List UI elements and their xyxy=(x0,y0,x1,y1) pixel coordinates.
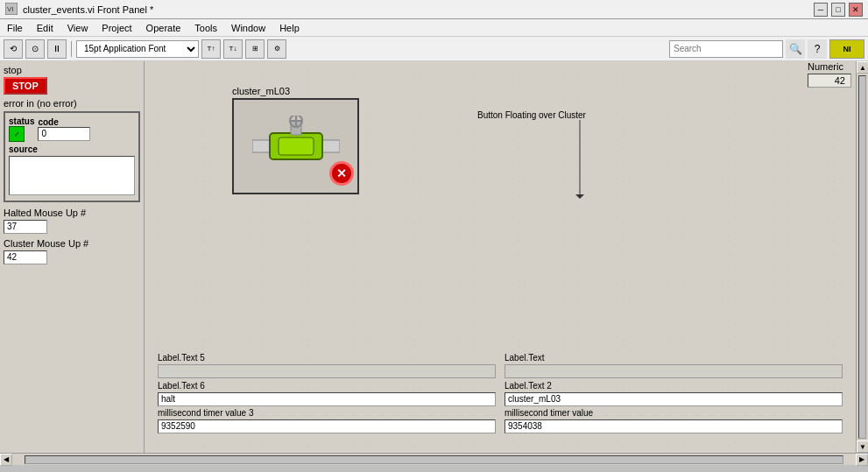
label-text: Label.Text xyxy=(505,353,843,363)
valve-svg xyxy=(252,116,340,177)
numeric-widget: Numeric 42 xyxy=(808,61,851,88)
title-bar: VI cluster_events.vi Front Panel * ─ □ ✕ xyxy=(0,0,868,19)
source-input[interactable] xyxy=(9,156,135,195)
svg-marker-11 xyxy=(575,194,584,199)
right-scrollbar: ▲ ▼ xyxy=(856,61,868,453)
error-cluster: status ✓ code 0 source xyxy=(4,111,140,202)
cluster-mouse-label: Cluster Mouse Up # xyxy=(4,238,140,249)
canvas-area[interactable]: cluster_mL03 xyxy=(145,61,856,453)
font-select[interactable]: 15pt Application Font xyxy=(76,40,199,58)
callout-arrow xyxy=(575,120,584,199)
code-col: code 0 xyxy=(38,117,90,141)
timer-value: 9354038 xyxy=(505,419,843,433)
stop-x-icon: ✕ xyxy=(336,167,347,180)
maximize-button[interactable]: □ xyxy=(831,3,845,17)
scroll-track[interactable] xyxy=(858,75,866,439)
bottom-widgets: Label.Text 5 Label.Text 6 halt milliseco… xyxy=(145,353,856,435)
toolbar: ⟲ ⊙ ⏸ 15pt Application Font T↑ T↓ ⊞ ⚙ 🔍 … xyxy=(0,37,868,61)
left-widget-group: Label.Text 5 Label.Text 6 halt milliseco… xyxy=(153,353,500,435)
label2: Label.Text 2 xyxy=(505,381,843,391)
menu-project[interactable]: Project xyxy=(95,21,138,35)
toolbar-sep-1 xyxy=(71,41,72,57)
cluster-widget: cluster_mL03 xyxy=(232,86,359,194)
search-button[interactable]: 🔍 xyxy=(786,39,805,59)
toolbar-btn-6[interactable]: ⚙ xyxy=(267,39,286,59)
svg-text:VI: VI xyxy=(7,5,14,13)
timer3-label: millisecond timer value 3 xyxy=(158,408,496,418)
timer-label: millisecond timer value xyxy=(505,408,843,418)
scroll-up-button[interactable]: ▲ xyxy=(857,61,868,74)
close-button[interactable]: ✕ xyxy=(849,3,863,17)
title-bar-buttons: ─ □ ✕ xyxy=(814,3,863,17)
menu-operate[interactable]: Operate xyxy=(139,21,188,35)
code-value[interactable]: 0 xyxy=(38,127,90,141)
toolbar-btn-4[interactable]: T↓ xyxy=(223,39,243,59)
toolbar-btn-pause[interactable]: ⏸ xyxy=(47,39,67,59)
numeric-label: Numeric xyxy=(808,61,851,72)
scroll-right-button[interactable]: ▶ xyxy=(856,454,868,466)
scroll-left-button[interactable]: ◀ xyxy=(0,454,12,466)
status-label: status xyxy=(9,116,34,126)
status-col: status ✓ xyxy=(9,116,34,142)
svg-rect-9 xyxy=(279,137,314,155)
label5: Label.Text 5 xyxy=(158,353,496,363)
status-code-row: status ✓ code 0 xyxy=(9,116,135,142)
toolbar-btn-2[interactable]: ⊙ xyxy=(25,39,45,59)
cluster-stop-button[interactable]: ✕ xyxy=(329,161,354,186)
title-bar-icon: VI xyxy=(5,3,19,17)
label5-field xyxy=(158,364,496,378)
minimize-button[interactable]: ─ xyxy=(814,3,828,17)
stop-button[interactable]: STOP xyxy=(4,77,47,95)
title-bar-title: cluster_events.vi Front Panel * xyxy=(23,4,814,15)
source-label: source xyxy=(9,144,135,154)
menu-window[interactable]: Window xyxy=(224,21,272,35)
menu-bar: File Edit View Project Operate Tools Win… xyxy=(0,19,868,37)
menu-tools[interactable]: Tools xyxy=(187,21,224,35)
code-label: code xyxy=(38,117,90,127)
numeric-value: 42 xyxy=(808,74,851,88)
cluster-widget-label: cluster_mL03 xyxy=(232,86,359,96)
svg-rect-2 xyxy=(252,140,272,152)
cluster-mouse-value: 42 xyxy=(4,250,47,264)
callout-container: Button Floating over Cluster xyxy=(477,109,586,120)
label-text-field xyxy=(505,364,843,378)
menu-edit[interactable]: Edit xyxy=(30,21,60,35)
main-layout: stop STOP error in (no error) status ✓ c… xyxy=(0,61,868,453)
ni-logo: NI xyxy=(829,39,864,59)
label2-value: cluster_mL03 xyxy=(505,392,843,406)
left-panel: stop STOP error in (no error) status ✓ c… xyxy=(0,61,145,453)
error-label: error in (no error) xyxy=(4,98,140,109)
help-button[interactable]: ? xyxy=(808,39,827,59)
search-input[interactable] xyxy=(669,40,783,58)
callout-text: Button Floating over Cluster xyxy=(477,110,586,120)
halted-label: Halted Mouse Up # xyxy=(4,208,140,218)
toolbar-btn-3[interactable]: T↑ xyxy=(201,39,221,59)
horizontal-scroll-track[interactable] xyxy=(25,455,843,464)
status-indicator: ✓ xyxy=(9,126,25,142)
menu-file[interactable]: File xyxy=(0,21,30,35)
bottom-scrollbar: ◀ ▶ xyxy=(0,453,868,465)
timer3-value: 9352590 xyxy=(158,419,496,433)
toolbar-btn-1[interactable]: ⟲ xyxy=(4,39,23,59)
cluster-widget-box[interactable]: ✕ xyxy=(232,98,359,194)
right-widget-group: Label.Text Label.Text 2 cluster_mL03 mil… xyxy=(500,353,847,435)
label6-value: halt xyxy=(158,392,496,406)
scroll-down-button[interactable]: ▼ xyxy=(857,440,868,453)
halted-value: 37 xyxy=(4,220,47,234)
svg-rect-3 xyxy=(321,140,340,152)
source-section: source xyxy=(9,144,135,197)
stop-label: stop xyxy=(4,65,140,75)
toolbar-btn-5[interactable]: ⊞ xyxy=(245,39,265,59)
menu-help[interactable]: Help xyxy=(272,21,307,35)
menu-view[interactable]: View xyxy=(60,21,95,35)
label6: Label.Text 6 xyxy=(158,381,496,391)
